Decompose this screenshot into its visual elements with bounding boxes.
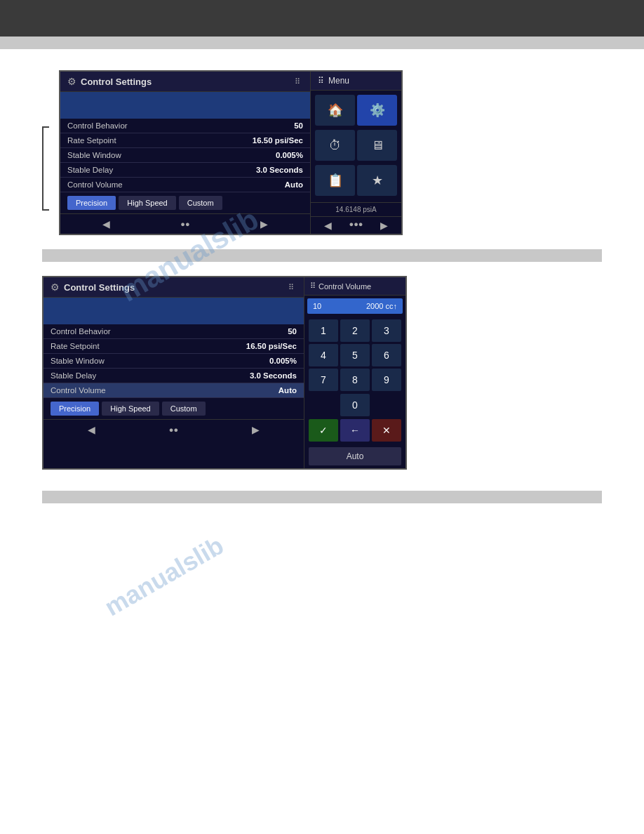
row-value: 50 xyxy=(294,121,303,130)
menu-grid-1: 🏠 ⚙️ ⏱ 🖥 📋 ★ xyxy=(311,91,401,202)
numpad-3[interactable]: 3 xyxy=(372,319,401,342)
screen2-left-panel: ⚙ Control Settings ⠿ Control Behavior 50… xyxy=(43,277,304,468)
device-screen-1: ⚙ Control Settings ⠿ Control Behavior 50… xyxy=(59,70,403,235)
menu-home[interactable]: 🏠 xyxy=(315,95,355,126)
mode-buttons-2: Precision High Speed Custom xyxy=(43,398,304,419)
right-nav-left-1[interactable]: ◀ xyxy=(324,220,332,231)
right-nav-dots-1: ●●● xyxy=(349,220,363,231)
page-wrapper: manualslib manualslib ⚙ Control Settings… xyxy=(0,0,644,538)
row-stable-window-2[interactable]: Stable Window 0.005% xyxy=(43,354,304,369)
nav-dots-1: ●● xyxy=(180,220,189,228)
row-value: 50 xyxy=(288,327,297,336)
numpad-2[interactable]: 2 xyxy=(340,319,370,342)
row-value: 16.50 psi/Sec xyxy=(253,136,303,145)
numpad-confirm[interactable]: ✓ xyxy=(309,419,338,442)
numpad-5[interactable]: 5 xyxy=(340,344,370,366)
device-screen-2: ⚙ Control Settings ⠿ Control Behavior 50… xyxy=(42,276,407,470)
top-bar xyxy=(0,0,644,37)
numpad-8[interactable]: 8 xyxy=(340,369,370,391)
row-label: Stable Delay xyxy=(67,166,113,174)
row-value: 3.0 Seconds xyxy=(256,166,303,174)
numpad-6[interactable]: 6 xyxy=(372,344,401,366)
content-area: ⚙ Control Settings ⠿ Control Behavior 50… xyxy=(0,49,644,538)
menu-display[interactable]: 🖥 xyxy=(357,130,397,161)
row-stable-delay-2[interactable]: Stable Delay 3.0 Seconds xyxy=(43,369,304,383)
nav-right-1[interactable]: ▶ xyxy=(260,218,268,230)
numpad-4[interactable]: 4 xyxy=(309,344,338,366)
row-value: 16.50 psi/Sec xyxy=(246,342,297,350)
row-control-behavior-1[interactable]: Control Behavior 50 xyxy=(60,119,310,133)
highspeed-btn-1[interactable]: High Speed xyxy=(119,196,176,210)
custom-btn-1[interactable]: Custom xyxy=(179,196,222,210)
menu-dots-1: ⠿ xyxy=(318,76,324,86)
custom-btn-2[interactable]: Custom xyxy=(162,402,206,416)
precision-btn-2[interactable]: Precision xyxy=(51,402,99,416)
menu-notes[interactable]: 📋 xyxy=(315,165,355,196)
settings-icon-2: ⚙ xyxy=(51,282,60,293)
menu-settings[interactable]: ⚙️ xyxy=(357,95,397,126)
row-label: Rate Setpoint xyxy=(67,136,116,145)
row-stable-window-1[interactable]: Stable Window 0.005% xyxy=(60,148,310,163)
nav-right-panel-1: ◀ ●●● ▶ xyxy=(311,216,401,234)
row-label: Rate Setpoint xyxy=(51,342,100,350)
menu-favorites[interactable]: ★ xyxy=(357,165,397,196)
numpad-dots: ⠿ xyxy=(310,282,316,291)
row-control-volume-1[interactable]: Control Volume Auto xyxy=(60,178,310,192)
nav-right-2[interactable]: ▶ xyxy=(252,424,260,435)
row-label: Control Volume xyxy=(67,180,123,189)
sub-bar-top xyxy=(0,37,644,49)
numpad-label: Control Volume xyxy=(318,282,371,291)
precision-btn-1[interactable]: Precision xyxy=(67,196,116,210)
row-control-volume-2[interactable]: Control Volume Auto xyxy=(43,383,304,398)
section-divider-1 xyxy=(42,249,602,262)
watermark-2: manualslib xyxy=(100,531,229,622)
numpad-display: 10 2000 cc↑ xyxy=(307,298,403,314)
numpad-auto[interactable]: Auto xyxy=(309,447,401,465)
bracket-annotation xyxy=(42,126,49,211)
row-label: Stable Window xyxy=(67,151,121,159)
row-rate-setpoint-1[interactable]: Rate Setpoint 16.50 psi/Sec xyxy=(60,133,310,148)
row-value: Auto xyxy=(279,386,297,395)
numpad-7[interactable]: 7 xyxy=(309,369,338,391)
row-control-behavior-2[interactable]: Control Behavior 50 xyxy=(43,324,304,339)
screen2-right-panel: ⠿ Control Volume 10 2000 cc↑ 1 2 3 4 5 6 xyxy=(304,277,405,468)
row-rate-setpoint-2[interactable]: Rate Setpoint 16.50 psi/Sec xyxy=(43,339,304,354)
numpad-9[interactable]: 9 xyxy=(372,369,401,391)
screen1-title: Control Settings xyxy=(81,77,290,87)
status-pressure-1: 14.6148 psiA xyxy=(311,202,401,216)
nav-left-2[interactable]: ◀ xyxy=(88,424,95,435)
row-label: Stable Delay xyxy=(51,371,96,380)
screen1-nav: ◀ ●● ▶ xyxy=(60,213,310,234)
row-label: Control Behavior xyxy=(67,121,128,130)
settings-icon-1: ⚙ xyxy=(67,76,76,87)
numpad-1[interactable]: 1 xyxy=(309,319,338,342)
screen2-info-band xyxy=(43,298,304,324)
numpad-0[interactable]: 0 xyxy=(340,394,370,416)
right-nav-right-1[interactable]: ▶ xyxy=(380,220,388,231)
row-value: 0.005% xyxy=(269,357,297,365)
nav-left-1[interactable]: ◀ xyxy=(102,218,110,230)
highspeed-btn-2[interactable]: High Speed xyxy=(102,402,159,416)
row-label: Control Volume xyxy=(51,386,106,395)
screen1-right-panel: ⠿ Menu 🏠 ⚙️ ⏱ 🖥 📋 ★ 14.6148 psiA ◀ xyxy=(310,72,401,234)
row-stable-delay-1[interactable]: Stable Delay 3.0 Seconds xyxy=(60,163,310,178)
screen2-header: ⚙ Control Settings ⠿ xyxy=(43,277,304,298)
mode-buttons-1: Precision High Speed Custom xyxy=(60,192,310,213)
menu-label-1: Menu xyxy=(328,76,349,86)
numpad-grid: 1 2 3 4 5 6 7 8 9 xyxy=(304,317,405,394)
numpad-actions: ✓ ← ✕ xyxy=(304,419,405,444)
menu-header-1: ⠿ Menu xyxy=(311,72,401,91)
row-value: 3.0 Seconds xyxy=(250,371,297,380)
nav-dots-2: ●● xyxy=(169,425,178,434)
section-divider-bottom xyxy=(42,491,602,503)
row-label: Stable Window xyxy=(51,357,105,365)
numpad-cancel[interactable]: ✕ xyxy=(372,419,401,442)
screen1-header-dots: ⠿ xyxy=(295,77,300,86)
screen1-left-panel: ⚙ Control Settings ⠿ Control Behavior 50… xyxy=(60,72,310,234)
screen2-title: Control Settings xyxy=(64,282,284,293)
screen2-header-dots: ⠿ xyxy=(288,283,294,292)
row-value: 0.005% xyxy=(276,151,303,159)
menu-timer[interactable]: ⏱ xyxy=(315,130,355,161)
screen1-info-band xyxy=(60,92,310,119)
numpad-delete[interactable]: ← xyxy=(340,419,370,442)
